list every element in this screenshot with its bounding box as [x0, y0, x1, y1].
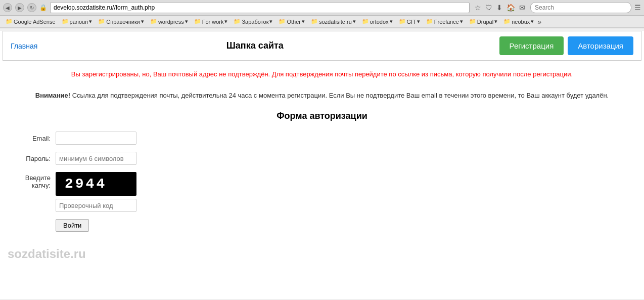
dropdown-arrow: ▾ [460, 18, 463, 25]
browser-chrome: ◀ ▶ ↻ 🔒 ☆ 🛡 ⬇ 🏠 ✉ ☰ 📁 Google AdSense 📁 p… [0, 0, 644, 28]
refresh-button[interactable]: ↻ [27, 3, 36, 12]
site-nav: Главная [11, 42, 37, 50]
bookmark-label: sozdatisite.ru [319, 19, 352, 25]
email-input[interactable] [56, 132, 136, 145]
forward-button[interactable]: ▶ [15, 3, 24, 12]
dropdown-arrow: ▾ [302, 18, 305, 25]
dropdown-arrow: ▾ [224, 18, 227, 25]
bookmark-label: wordpress [158, 19, 184, 25]
bookmark-label: neobux [512, 19, 530, 25]
bookmark-neobux[interactable]: 📁 neobux ▾ [501, 17, 536, 26]
nav-home-link[interactable]: Главная [11, 42, 37, 50]
captcha-label: Введитекапчу: [10, 172, 51, 189]
bookmark-label: Drupal [477, 19, 493, 25]
download-icon[interactable]: ⬇ [496, 4, 502, 12]
bookmark-folder-icon: 📁 [362, 18, 369, 25]
dropdown-arrow: ▾ [417, 18, 420, 25]
url-bar[interactable] [50, 2, 470, 13]
captcha-image: 2944 [56, 172, 136, 196]
bookmark-git[interactable]: 📁 GIT ▾ [396, 17, 423, 26]
bookmark-label: Google AdSense [14, 19, 56, 25]
warning-message: Внимание! Ссылка для подтверждения почты… [0, 85, 644, 106]
bookmark-folder-icon: 📁 [194, 18, 201, 25]
dropdown-arrow: ▾ [89, 18, 92, 25]
bookmark-other[interactable]: 📁 Other ▾ [276, 17, 307, 26]
dropdown-arrow: ▾ [185, 18, 188, 25]
mail-icon[interactable]: ✉ [519, 4, 525, 12]
bookmark-label: Заработок [242, 19, 268, 25]
form-table: Email: Пароль: Введитекапчу: 2944 Войти [10, 132, 634, 232]
bookmark-label: Other [287, 19, 301, 25]
email-label: Email: [10, 135, 51, 142]
site-header: Главная Шапка сайта Регистрация Авториза… [3, 31, 641, 61]
header-buttons: Регистрация Авторизация [499, 36, 633, 55]
auth-button[interactable]: Авторизация [568, 36, 633, 55]
bookmark-folder-icon: 📁 [503, 18, 511, 25]
bookmark-folder-icon: 📁 [98, 18, 105, 25]
bookmark-folder-icon: 📁 [6, 18, 13, 25]
search-input[interactable] [530, 2, 631, 13]
captcha-row: Введитекапчу: 2944 [10, 172, 634, 212]
bookmark-spravochniki[interactable]: 📁 Справочники ▾ [96, 17, 147, 26]
site-watermark: sozdatisite.ru [0, 242, 644, 266]
site-title: Шапка сайта [11, 40, 499, 51]
submit-button[interactable]: Войти [56, 219, 89, 232]
bookmark-folder-icon: 📁 [279, 18, 286, 25]
home-icon[interactable]: 🏠 [507, 4, 515, 12]
password-label: Пароль: [10, 155, 51, 162]
email-row: Email: [10, 132, 634, 145]
submit-row: Войти [56, 219, 634, 232]
bookmark-label: For work [202, 19, 224, 25]
bookmark-drupal[interactable]: 📁 Drupal ▾ [467, 17, 500, 26]
dropdown-arrow: ▾ [494, 18, 497, 25]
lock-icon: 🔒 [39, 4, 47, 11]
back-button[interactable]: ◀ [3, 3, 12, 12]
bookmark-freelance[interactable]: 📁 Freelance ▾ [424, 17, 466, 26]
bookmark-for-work[interactable]: 📁 For work ▾ [192, 17, 231, 26]
more-bookmarks-icon[interactable]: » [537, 18, 541, 26]
password-row: Пароль: [10, 152, 634, 165]
dropdown-arrow: ▾ [141, 18, 144, 25]
bookmark-label: ortodox [370, 19, 389, 25]
captcha-content: 2944 [56, 172, 136, 212]
warning-text: Ссылка для подтверждения почты, действит… [70, 92, 609, 99]
bookmark-folder-icon: 📁 [150, 18, 157, 25]
shield-icon[interactable]: 🛡 [485, 4, 492, 12]
page-area: Главная Шапка сайта Регистрация Авториза… [0, 31, 644, 299]
dropdown-arrow: ▾ [531, 18, 534, 25]
password-input[interactable] [56, 152, 136, 165]
dropdown-arrow: ▾ [269, 18, 272, 25]
browser-action-icons: ☆ 🛡 ⬇ 🏠 ✉ [473, 4, 527, 12]
bookmark-folder-icon: 📁 [234, 18, 241, 25]
bookmark-folder-icon: 📁 [311, 18, 318, 25]
bookmark-google-adsense[interactable]: 📁 Google AdSense [3, 17, 58, 26]
form-container: Форма авторизации Email: Пароль: Введите… [0, 106, 644, 242]
bookmark-ortodox[interactable]: 📁 ortodox ▾ [359, 17, 395, 26]
captcha-input[interactable] [56, 199, 136, 212]
bookmark-panouri[interactable]: 📁 panouri ▾ [59, 17, 95, 26]
bookmark-folder-icon: 📁 [399, 18, 406, 25]
menu-icon[interactable]: ☰ [634, 4, 641, 12]
bookmark-folder-icon: 📁 [62, 18, 69, 25]
bookmarks-bar: 📁 Google AdSense 📁 panouri ▾ 📁 Справочни… [0, 16, 644, 28]
register-button[interactable]: Регистрация [499, 36, 564, 55]
bookmark-label: Справочники [106, 19, 140, 25]
bookmark-zarabotok[interactable]: 📁 Заработок ▾ [231, 17, 275, 26]
alert-message: Вы зарегистрированы, но, Ваш почтовый ад… [0, 63, 644, 85]
bookmark-label: GIT [407, 19, 416, 25]
dropdown-arrow: ▾ [390, 18, 393, 25]
form-title: Форма авторизации [10, 111, 634, 121]
star-icon[interactable]: ☆ [475, 4, 481, 12]
bookmark-label: panouri [70, 19, 88, 25]
bookmark-folder-icon: 📁 [426, 18, 433, 25]
bookmark-folder-icon: 📁 [469, 18, 476, 25]
bookmark-label: Freelance [434, 19, 459, 25]
browser-toolbar: ◀ ▶ ↻ 🔒 ☆ 🛡 ⬇ 🏠 ✉ ☰ [0, 0, 644, 16]
warning-bold: Внимание! [35, 92, 70, 99]
bookmark-wordpress[interactable]: 📁 wordpress ▾ [148, 17, 191, 26]
bookmark-sozdatisite[interactable]: 📁 sozdatisite.ru ▾ [308, 17, 358, 26]
dropdown-arrow: ▾ [353, 18, 356, 25]
